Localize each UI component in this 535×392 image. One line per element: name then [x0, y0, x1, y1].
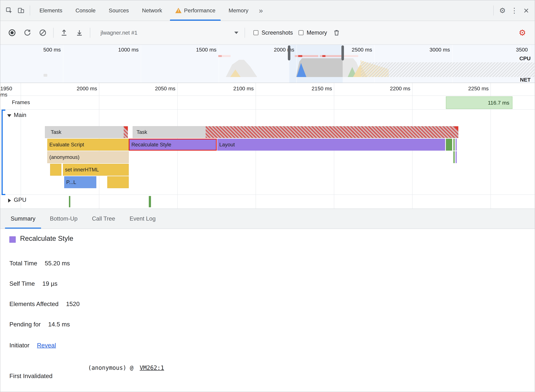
overview-tick: 1500 ms	[196, 47, 216, 53]
download-profile-icon[interactable]	[74, 21, 85, 44]
event-bar-recalculate-style-selected[interactable]: Recalculate Style	[129, 139, 217, 151]
summary-row-value: 55.20 ms	[45, 260, 70, 267]
tab-label: Console	[75, 7, 95, 14]
tab-elements[interactable]: Elements	[33, 0, 69, 21]
gpu-activity-bar[interactable]	[149, 196, 151, 207]
memory-checkbox[interactable]	[299, 30, 304, 35]
ruler-tick: 2100 ms	[233, 85, 254, 92]
event-bar-anonymous[interactable]: (anonymous)	[47, 151, 129, 163]
close-icon[interactable]: ×	[520, 0, 532, 21]
event-bar-layout[interactable]: Layout	[217, 139, 445, 151]
event-sliver[interactable]	[453, 139, 455, 151]
summary-row-self-time: Self Time 19 µs	[9, 280, 57, 287]
long-task-hatch	[206, 126, 458, 138]
event-label: Layout	[219, 142, 235, 148]
kebab-menu-icon[interactable]: ⋮	[508, 0, 520, 21]
timeline-overview[interactable]: 500 ms 1000 ms 1500 ms 2000 ms 2500 ms 3…	[0, 45, 535, 83]
event-bar-task[interactable]: Task	[133, 126, 458, 138]
overview-tick: 2500 ms	[352, 47, 372, 53]
event-label: Recalculate Style	[131, 142, 171, 148]
settings-gear-icon[interactable]: ⚙	[497, 0, 508, 21]
overview-tick: 3500	[516, 47, 528, 53]
summary-row-label: Self Time	[9, 280, 35, 287]
event-sliver[interactable]	[455, 139, 457, 151]
tab-memory[interactable]: Memory	[222, 0, 255, 21]
event-label: Task	[47, 129, 61, 135]
device-toolbar-icon[interactable]	[15, 0, 27, 21]
event-bar-set-innerhtml[interactable]: set innerHTML	[63, 164, 129, 176]
devtools-tabbar: Elements Console Sources Network ! Perfo…	[0, 0, 535, 21]
event-sliver[interactable]	[453, 151, 455, 163]
tab-sources[interactable]: Sources	[102, 0, 135, 21]
summary-row-label: Elements Affected	[9, 301, 59, 308]
divider	[245, 28, 245, 38]
event-bar-script-small[interactable]	[50, 164, 61, 176]
selection-right-handle[interactable]	[341, 45, 344, 61]
summary-title: Recalculate Style	[20, 234, 73, 242]
screenshots-checkbox[interactable]	[253, 30, 258, 35]
selection-left-handle[interactable]	[288, 45, 290, 61]
screenshots-toggle[interactable]: Screenshots	[253, 29, 293, 36]
summary-row-initiator: Initiator Reveal	[9, 342, 56, 349]
overview-tick: 2000 ms	[274, 47, 294, 53]
event-label: P...L	[66, 179, 76, 185]
more-tabs-icon[interactable]: »	[255, 0, 267, 21]
event-bar-parse-html[interactable]: P...L	[64, 176, 96, 188]
record-button[interactable]	[7, 21, 18, 44]
clear-recording-icon[interactable]	[37, 21, 48, 44]
warning-icon: !	[175, 8, 182, 13]
tab-event-log[interactable]: Event Log	[122, 209, 163, 229]
first-invalidated-source-link[interactable]: VM262:1	[140, 364, 164, 371]
main-track-selection-bracket	[2, 110, 5, 111]
tab-call-tree[interactable]: Call Tree	[85, 209, 122, 229]
event-bar-evaluate-script[interactable]: Evaluate Script	[47, 139, 129, 151]
divider	[90, 28, 90, 38]
capture-settings-gear-icon[interactable]: ⚙	[517, 21, 528, 44]
trash-icon[interactable]	[331, 21, 342, 44]
frame-duration-bar[interactable]: 116.7 ms	[446, 96, 512, 109]
profile-select[interactable]: jlwagner.net #1	[97, 30, 242, 36]
ruler-tick: 2150 ms	[312, 85, 332, 92]
tab-bottom-up[interactable]: Bottom-Up	[42, 209, 85, 229]
tab-label: Bottom-Up	[50, 215, 78, 222]
memory-label: Memory	[307, 29, 327, 36]
active-tab-underline	[5, 228, 41, 229]
reload-record-button[interactable]	[22, 21, 33, 44]
long-task-tick	[322, 55, 325, 57]
collapse-main-icon[interactable]	[7, 114, 11, 117]
net-track-label: NET	[520, 77, 531, 83]
memory-toggle[interactable]: Memory	[299, 29, 327, 36]
gpu-track-label[interactable]: GPU	[14, 197, 26, 203]
tab-label: Elements	[39, 7, 62, 14]
divider	[0, 95, 535, 96]
main-track-label[interactable]: Main	[14, 112, 26, 118]
tab-label: Network	[142, 7, 162, 14]
upload-profile-icon[interactable]	[59, 21, 70, 44]
overview-tick: 3000 ms	[430, 47, 450, 53]
summary-row-pending-for: Pending for 14.5 ms	[9, 321, 70, 328]
tab-summary[interactable]: Summary	[4, 209, 42, 229]
tab-network[interactable]: Network	[136, 0, 169, 21]
event-sliver[interactable]	[455, 151, 457, 163]
summary-row-label: Pending for	[9, 321, 41, 328]
main-track-selection-bracket	[2, 194, 5, 195]
event-bar-task[interactable]: Task	[45, 126, 128, 138]
summary-row-value: 1520	[66, 301, 80, 308]
tab-console[interactable]: Console	[69, 0, 102, 21]
screenshots-label: Screenshots	[262, 29, 293, 36]
tab-label: Memory	[229, 7, 248, 14]
performance-toolbar: jlwagner.net #1 Screenshots Memory ⚙	[0, 21, 535, 45]
event-bar-script-small[interactable]	[107, 176, 129, 188]
gpu-activity-bar[interactable]	[69, 196, 70, 207]
tab-performance[interactable]: ! Performance	[169, 0, 222, 21]
inspect-element-icon[interactable]	[3, 0, 15, 21]
event-label: Evaluate Script	[49, 142, 84, 148]
summary-pane: Recalculate Style Total Time 55.20 ms Se…	[0, 229, 535, 392]
overview-tick: 500 ms	[43, 47, 61, 53]
divider	[0, 109, 535, 110]
flame-chart[interactable]: 1950 ms 2000 ms 2050 ms 2100 ms 2150 ms …	[0, 83, 535, 209]
first-invalidated-value: (anonymous) @ VM262:1	[88, 364, 164, 371]
event-bar-paint[interactable]	[446, 139, 452, 151]
initiator-reveal-link[interactable]: Reveal	[37, 342, 56, 349]
expand-gpu-icon[interactable]	[8, 199, 11, 203]
